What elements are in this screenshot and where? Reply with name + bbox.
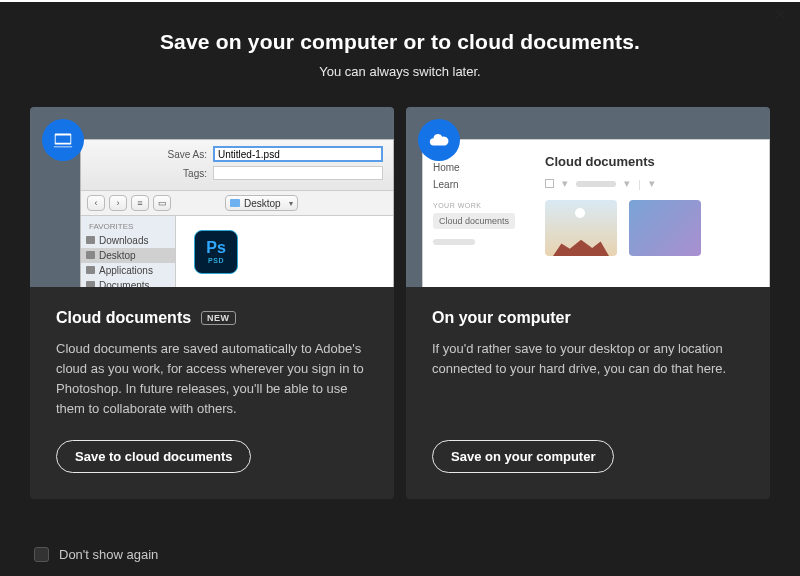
sidebar-item-documents: Documents <box>81 278 175 287</box>
document-thumbnail <box>545 200 617 256</box>
macos-save-dialog-preview: Save As: Tags: ‹ › ≡ ▭ <box>80 139 394 287</box>
new-badge: NEW <box>201 311 236 325</box>
tags-input <box>213 166 383 180</box>
sidebar-item-desktop: Desktop <box>81 248 175 263</box>
view-columns-icon: ▭ <box>153 195 171 211</box>
dialog-title: Save on your computer or to cloud docume… <box>20 30 780 54</box>
nav-forward-icon: › <box>109 195 127 211</box>
dont-show-again-checkbox[interactable] <box>34 547 49 562</box>
save-to-cloud-button[interactable]: Save to cloud documents <box>56 440 251 473</box>
nav-home: Home <box>433 162 523 173</box>
cloud-documents-heading: Cloud documents <box>545 154 757 169</box>
location-dropdown: Desktop <box>225 195 298 211</box>
nav-back-icon: ‹ <box>87 195 105 211</box>
cloud-preview: Save As: Tags: ‹ › ≡ ▭ <box>30 107 394 287</box>
sidebar-item-downloads: Downloads <box>81 233 175 248</box>
close-icon[interactable]: ✕ <box>770 6 790 26</box>
chevron-down-icon: ▾ <box>649 177 655 190</box>
finder-sidebar: Favorites Downloads Desktop Applications… <box>81 216 176 287</box>
laptop-icon <box>42 119 84 161</box>
dont-show-again[interactable]: Don't show again <box>34 547 158 562</box>
save-on-computer-button[interactable]: Save on your computer <box>432 440 614 473</box>
cloud-icon <box>418 119 460 161</box>
computer-preview: Home Learn YOUR WORK Cloud documents Clo… <box>406 107 770 287</box>
save-as-label: Save As: <box>161 149 207 160</box>
nav-learn: Learn <box>433 179 523 190</box>
folder-icon <box>230 199 240 207</box>
psd-file-icon: Ps PSD <box>194 230 238 274</box>
option-cards: Save As: Tags: ‹ › ≡ ▭ <box>0 89 800 499</box>
on-computer-card: Home Learn YOUR WORK Cloud documents Clo… <box>406 107 770 499</box>
cloud-card-description: Cloud documents are saved automatically … <box>56 339 368 420</box>
cloud-home-preview: Home Learn YOUR WORK Cloud documents Clo… <box>422 139 770 287</box>
save-location-dialog: Save on your computer or to cloud docume… <box>0 2 800 576</box>
tags-label: Tags: <box>161 168 207 179</box>
dont-show-again-label: Don't show again <box>59 547 158 562</box>
document-thumbnail <box>629 200 701 256</box>
save-as-input <box>213 146 383 162</box>
computer-card-description: If you'd rather save to your desktop or … <box>432 339 744 420</box>
dialog-header: Save on your computer or to cloud docume… <box>0 2 800 89</box>
computer-card-title: On your computer <box>432 309 571 327</box>
nav-cloud-documents: Cloud documents <box>433 213 515 229</box>
sidebar-item-applications: Applications <box>81 263 175 278</box>
nav-section-heading: YOUR WORK <box>433 202 523 209</box>
sidebar-heading: Favorites <box>81 220 175 233</box>
dialog-subtitle: You can always switch later. <box>20 64 780 79</box>
chevron-down-icon: ▾ <box>562 177 568 190</box>
view-list-icon: ≡ <box>131 195 149 211</box>
checkbox-icon <box>545 179 554 188</box>
nav-placeholder-bar <box>433 239 475 245</box>
chevron-down-icon: ▾ <box>624 177 630 190</box>
cloud-documents-card: Save As: Tags: ‹ › ≡ ▭ <box>30 107 394 499</box>
cloud-card-title: Cloud documents <box>56 309 191 327</box>
sort-placeholder <box>576 181 616 187</box>
